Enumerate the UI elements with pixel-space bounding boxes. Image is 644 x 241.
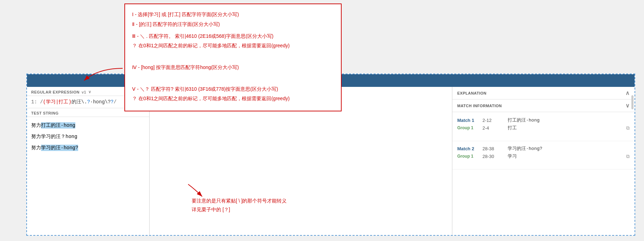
match-2-group-1-range: 28-30 <box>482 154 503 159</box>
match-1-group-1-row: Group 1 2-4 打工 <box>457 125 630 131</box>
test-line-3: 努力学习的汪·hong? <box>31 143 145 153</box>
test-line-2: 努力学习的汪？hong <box>31 132 145 142</box>
match-1-range: 2-12 <box>482 118 503 123</box>
regex-label: REGULAR EXPRESSION <box>31 90 80 94</box>
annotation-line-1: Ⅰ - 选择[学习] 或 [打工] 匹配字符字面(区分大小写) <box>132 11 334 19</box>
annotation-line-4: Ⅲ - ＼ . 匹配字符。 索引|4610 (2E16或568)字面意思(区分大… <box>132 32 334 41</box>
annotation-line-7: Ⅳ - [hong] 按字面意思匹配字符hong(区分大小写) <box>132 63 334 72</box>
match-1-text: 打工的汪·hong <box>508 117 540 123</box>
match-1-group-1-label: Group 1 <box>457 125 478 130</box>
right-panel: EXPLANATION ∧ MATCH INFORMATION ∨ Match … <box>452 87 635 235</box>
regex-version: v1 <box>82 90 86 94</box>
match-info-header: MATCH INFORMATION ∨ <box>452 99 635 112</box>
match-info-chevron[interactable]: ∨ <box>625 102 630 109</box>
match-2-block: Match 2 28-38 学习的汪·hong? Group 1 28-30 学… <box>452 143 635 170</box>
regex-group: (学习|打工) <box>43 99 71 105</box>
match-2-group-1-label: Group 1 <box>457 154 478 159</box>
match-info-content[interactable]: Match 1 2-12 打工的汪·hong Group 1 2-4 打工 ⧉ <box>452 112 635 235</box>
match-2-copy-icon[interactable]: ⧉ <box>626 153 630 159</box>
bottom-arrow-svg <box>167 183 209 200</box>
test-line-2-text: 努力学习的汪？hong <box>31 134 77 139</box>
test-line-3-highlight: 学习的汪·hong? <box>41 145 78 151</box>
annotation-line-6 <box>132 54 334 62</box>
scrollbar-hint <box>631 95 633 109</box>
match-2-text: 学习的汪·hong? <box>508 145 542 152</box>
test-line-3-prefix: 努力 <box>31 145 41 151</box>
regex-slash-start: 1: / <box>31 99 43 105</box>
test-line-1-prefix: 努力 <box>31 123 41 128</box>
match-1-row: Match 1 2-12 打工的汪·hong <box>457 117 630 123</box>
match-1-copy-icon[interactable]: ⧉ <box>626 125 630 131</box>
annotation-line-9: Ⅴ - ＼？ 匹配字符? 索引|6310 (3F16或778)按字面意思(区分大… <box>132 85 334 94</box>
regex-literal-1: 的汪\. <box>71 99 87 105</box>
annotation-box: Ⅰ - 选择[学习] 或 [打工] 匹配字符字面(区分大小写) Ⅱ - [的汪]… <box>124 4 342 111</box>
match-1-block: Match 1 2-12 打工的汪·hong Group 1 2-4 打工 ⧉ <box>452 115 635 141</box>
annotation-line-5: ？ 在0和1之间匹配之前的标记，尽可能多地匹配，根据需要返回(greedy) <box>132 42 334 50</box>
test-line-1: 努力打工的汪·hong <box>31 120 145 130</box>
annotation-line-8 <box>132 75 334 84</box>
match-2-row: Match 2 28-38 学习的汪·hong? <box>457 145 630 152</box>
explanation-label: EXPLANATION <box>457 91 487 95</box>
match-2-range: 28-38 <box>482 146 503 151</box>
bottom-annotation-line2: 详见栗子中的 [？] <box>192 205 287 214</box>
annotation-line-10: ？ 在0和1之间匹配之前的标记，尽可能多地匹配，根据需要返回(greedy) <box>132 95 334 103</box>
match-info-label: MATCH INFORMATION <box>457 104 502 108</box>
regex-literal-2: ·hong\? <box>90 99 111 105</box>
match-1-group-1-text: 打工 <box>508 125 517 131</box>
match-1-label: Match 1 <box>457 118 478 123</box>
match-2-group-1-row: Group 1 28-30 学习 <box>457 153 630 159</box>
match-2-group-1-text: 学习 <box>508 153 517 159</box>
test-line-1-highlight: 打工的汪·hong <box>41 122 75 129</box>
annotation-line-2: Ⅱ - [的汪] 匹配字符的汪字面(区分大小写) <box>132 20 334 29</box>
regex-special-2: ? <box>111 99 114 105</box>
test-string-content[interactable]: 努力打工的汪·hong 努力学习的汪？hong 努力学习的汪·hong? <box>27 117 149 235</box>
arrow-annotation-svg <box>70 65 140 86</box>
match-2-label: Match 2 <box>457 146 478 151</box>
regex-special-1: ? <box>87 99 90 105</box>
regex-version-chevron[interactable]: ∨ <box>88 90 91 94</box>
main-wrapper: Ⅰ - 选择[学习] 或 [打工] 匹配字符字面(区分大小写) Ⅱ - [的汪]… <box>0 0 644 241</box>
explanation-header: EXPLANATION ∧ <box>452 87 635 99</box>
explanation-chevron[interactable]: ∧ <box>625 90 630 96</box>
regex-slash-end: / <box>114 99 116 105</box>
match-1-group-1-range: 2-4 <box>482 125 503 131</box>
